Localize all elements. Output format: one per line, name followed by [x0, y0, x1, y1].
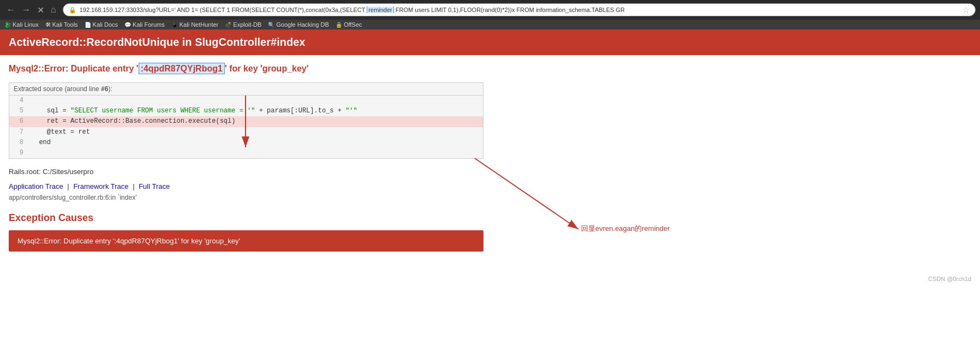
bookmark-kali-tools[interactable]: 🛠 Kali Tools	[45, 21, 78, 28]
rails-root-path: C:/Sites/userpro	[43, 168, 93, 176]
rails-root: Rails.root: C:/Sites/userpro	[9, 168, 971, 176]
footer-text: CSDN @0rch1d	[928, 276, 971, 282]
file-path: app/controllers/slug_controller.rb:6:in …	[9, 194, 971, 201]
error-body: Mysql2::Error: Duplicate entry ':4qpdR87…	[0, 55, 980, 260]
source-header-suffix: ):	[108, 85, 112, 93]
error-header: ActiveRecord::RecordNotUnique in SlugCon…	[0, 29, 980, 55]
kali-docs-icon: 📄	[85, 22, 91, 28]
exploit-db-icon: 💣	[225, 22, 231, 28]
bookmark-kali-tools-label: Kali Tools	[52, 21, 78, 28]
kali-forums-icon: 💬	[124, 22, 131, 28]
line-num-6: 6	[9, 116, 29, 127]
line-code-9	[29, 148, 31, 158]
exception-box: Mysql2::Error: Duplicate entry ':4qpdR87…	[9, 230, 483, 252]
bookmark-offsec-label: OffSec	[344, 21, 362, 28]
url-highlight: reminder	[367, 7, 393, 13]
error-header-title: ActiveRecord::RecordNotUnique in SlugCon…	[9, 36, 971, 49]
bookmark-kali-linux[interactable]: 🐉 Kali Linux	[4, 21, 39, 28]
line-num-9: 9	[9, 148, 29, 158]
back-button[interactable]: ←	[4, 4, 17, 16]
code-line-7: 7 @text = ret	[9, 127, 483, 138]
kali-nethunter-icon: 📱	[171, 22, 178, 28]
bookmark-kali-linux-label: Kali Linux	[13, 21, 39, 28]
bookmark-kali-forums[interactable]: 💬 Kali Forums	[124, 21, 165, 28]
trace-sep-2: |	[133, 182, 134, 190]
page-content: ActiveRecord::RecordNotUnique in SlugCon…	[0, 29, 980, 260]
rails-root-label: Rails.root:	[9, 168, 41, 176]
error-message: Mysql2::Error: Duplicate entry ':4qpdR87…	[9, 64, 971, 74]
browser-chrome: ← → ✕ ⌂ 🔒 192.168.159.127:33033/slug?URL…	[0, 0, 980, 20]
error-message-prefix: Mysql2::Error: Duplicate entry '	[9, 64, 139, 73]
line-code-6: ret = ActiveRecord::Base.connection.exec…	[29, 116, 235, 127]
close-button[interactable]: ✕	[35, 4, 46, 16]
code-line-5: 5 sql = "SELECT username FROM users WHER…	[9, 106, 483, 116]
code-line-6: 6 ret = ActiveRecord::Base.connection.ex…	[9, 116, 483, 127]
line-num-4: 4	[9, 96, 29, 106]
bookmark-google-hacking[interactable]: 🔍 Google Hacking DB	[268, 21, 329, 28]
line-code-7: @text = ret	[29, 127, 90, 138]
address-text: 192.168.159.127:33033/slug?URL=' AND 1= …	[80, 7, 959, 13]
code-line-8: 8 end	[9, 138, 483, 148]
source-box: Extracted source (around line #6): 4 5 s…	[9, 82, 483, 159]
address-bar[interactable]: 🔒 192.168.159.127:33033/slug?URL=' AND 1…	[63, 3, 976, 16]
bookmark-google-hacking-label: Google Hacking DB	[276, 21, 329, 28]
error-message-suffix: ' for key 'group_key'	[225, 64, 309, 73]
bookmarks-bar: 🐉 Kali Linux 🛠 Kali Tools 📄 Kali Docs 💬 …	[0, 20, 980, 29]
application-trace-link[interactable]: Application Trace	[9, 182, 63, 190]
error-value-highlight: :4qpdR87QYjRbog1	[139, 63, 225, 74]
line-code-8: end	[29, 138, 51, 148]
source-header-linenum: #6	[101, 85, 108, 93]
bookmark-kali-nethunter[interactable]: 📱 Kali NetHunter	[171, 21, 219, 28]
trace-links: Application Trace | Framework Trace | Fu…	[9, 182, 971, 190]
kali-tools-icon: 🛠	[45, 22, 51, 28]
bookmark-kali-docs[interactable]: 📄 Kali Docs	[85, 21, 118, 28]
forward-button[interactable]: →	[20, 4, 33, 16]
line-code-5: sql = "SELECT username FROM users WHERE …	[29, 106, 357, 116]
bookmark-offsec[interactable]: 🔒 OffSec	[336, 21, 362, 28]
page-footer: CSDN @0rch1d	[0, 271, 980, 287]
code-line-9: 9	[9, 148, 483, 158]
code-area: 4 5 sql = "SELECT username FROM users WH…	[9, 96, 483, 158]
bookmark-star-button[interactable]: ☆	[963, 5, 970, 14]
home-button[interactable]: ⌂	[49, 4, 58, 16]
google-hacking-icon: 🔍	[268, 22, 274, 28]
offsec-icon: 🔒	[336, 22, 342, 28]
nav-buttons: ← → ✕ ⌂	[4, 4, 58, 16]
bookmark-exploit-db[interactable]: 💣 Exploit-DB	[225, 21, 261, 28]
exception-cause-text: Mysql2::Error: Duplicate entry ':4qpdR87…	[17, 237, 240, 245]
code-line-4: 4	[9, 96, 483, 106]
url-prefix: 192.168.159.127:33033/slug?URL=' AND 1= …	[80, 7, 367, 13]
kali-linux-icon: 🐉	[4, 22, 11, 28]
line-num-7: 7	[9, 127, 29, 138]
bookmark-kali-forums-label: Kali Forums	[133, 21, 165, 28]
trace-sep-1: |	[67, 182, 69, 190]
line-num-8: 8	[9, 138, 29, 148]
line-code-4	[29, 96, 31, 106]
framework-trace-link[interactable]: Framework Trace	[73, 182, 128, 190]
bookmark-exploit-db-label: Exploit-DB	[233, 21, 261, 28]
source-box-header: Extracted source (around line #6):	[9, 83, 483, 96]
lock-icon: 🔒	[69, 7, 76, 14]
bookmark-kali-docs-label: Kali Docs	[93, 21, 118, 28]
annotation-text: 回显evren.eagan的reminder	[581, 224, 670, 234]
url-suffix: FROM users LIMIT 0,1),FLOOR(rand(0)*2))x…	[394, 7, 625, 13]
exception-causes-title: Exception Causes	[9, 212, 971, 224]
line-num-5: 5	[9, 106, 29, 116]
bookmark-kali-nethunter-label: Kali NetHunter	[180, 21, 219, 28]
source-header-prefix: Extracted source (around line	[14, 85, 101, 93]
full-trace-link[interactable]: Full Trace	[139, 182, 170, 190]
